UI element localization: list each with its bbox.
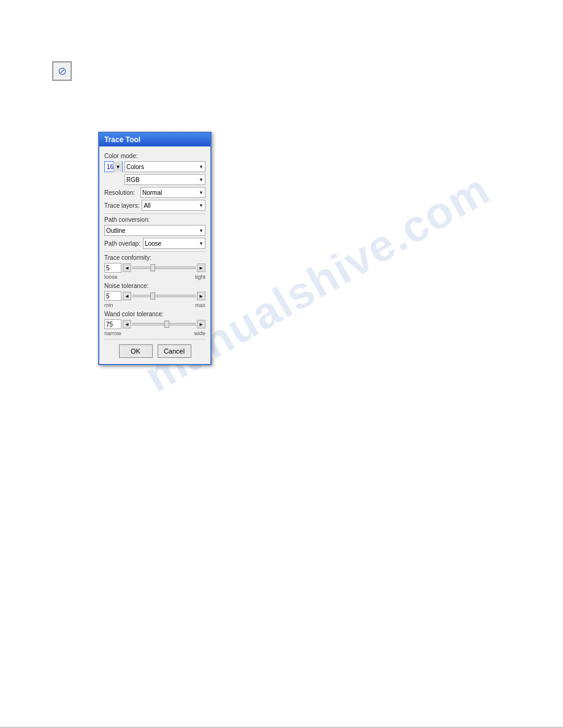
path-conversion-label: Path conversion: xyxy=(104,216,205,223)
dialog-body: Color mode: 16 ▼ Colors ▼ RGB ▼ Resoluti… xyxy=(99,146,210,364)
separator-2 xyxy=(104,251,205,252)
color-mode-dropdown[interactable]: Colors ▼ xyxy=(124,161,205,172)
icon-symbol: ⊘ xyxy=(58,64,67,78)
color-space-dropdown[interactable]: RGB ▼ xyxy=(124,174,205,185)
trace-conformity-min: loose xyxy=(104,274,118,280)
trace-layers-row: Trace layers: All ▼ xyxy=(104,200,205,211)
resolution-label: Resolution: xyxy=(104,189,138,196)
path-overlap-label: Path overlap: xyxy=(104,240,140,247)
separator-3 xyxy=(104,339,205,339)
buttons-row: OK Cancel xyxy=(104,344,205,358)
noise-tolerance-track[interactable] xyxy=(132,295,196,297)
noise-tolerance-right-arrow[interactable]: ► xyxy=(197,292,205,300)
path-conversion-dropdown[interactable]: Outline ▼ xyxy=(104,225,205,236)
wand-color-slider-row: ◄ ► xyxy=(104,319,205,329)
wand-color-min: narrow xyxy=(104,330,121,336)
noise-tolerance-slider-row: ◄ ► xyxy=(104,291,205,301)
wand-color-track[interactable] xyxy=(132,323,196,325)
color-mode-arrow: ▼ xyxy=(199,164,204,170)
wand-color-thumb[interactable] xyxy=(164,320,169,328)
noise-tolerance-thumb[interactable] xyxy=(150,292,155,300)
page-icon: ⊘ xyxy=(52,61,72,81)
wand-color-max: wide xyxy=(194,330,205,336)
trace-layers-dropdown[interactable]: All ▼ xyxy=(142,200,205,211)
ok-button[interactable]: OK xyxy=(119,344,153,358)
resolution-selected: Normal xyxy=(142,189,162,196)
color-space-arrow: ▼ xyxy=(199,177,204,183)
wand-color-left-arrow[interactable]: ◄ xyxy=(123,320,131,328)
wand-color-right-arrow[interactable]: ► xyxy=(197,320,205,328)
trace-conformity-track[interactable] xyxy=(132,267,196,269)
color-mode-row: 16 ▼ Colors ▼ xyxy=(104,161,205,172)
resolution-arrow: ▼ xyxy=(199,190,204,195)
noise-tolerance-range-labels: min max xyxy=(104,302,205,308)
noise-tolerance-left-arrow[interactable]: ◄ xyxy=(123,292,131,300)
wand-color-input[interactable] xyxy=(104,319,121,329)
trace-conformity-label: Trace conformity: xyxy=(104,254,205,261)
trace-conformity-max: tight xyxy=(195,274,205,280)
trace-layers-arrow: ▼ xyxy=(199,203,204,208)
resolution-row: Resolution: Normal ▼ xyxy=(104,187,205,198)
color-count-dropdown-arrow[interactable]: ▼ xyxy=(113,161,122,172)
path-conversion-arrow: ▼ xyxy=(199,228,204,233)
dialog-titlebar: Trace Tool xyxy=(99,133,210,146)
trace-layers-selected: All xyxy=(144,202,150,209)
trace-conformity-input[interactable] xyxy=(104,263,121,273)
trace-conformity-thumb[interactable] xyxy=(150,264,155,271)
trace-conformity-slider-row: ◄ ► xyxy=(104,263,205,273)
path-conversion-selected: Outline xyxy=(106,227,126,234)
color-mode-selected: Colors xyxy=(126,164,144,170)
path-overlap-selected: Loose xyxy=(145,240,161,247)
color-space-row: RGB ▼ xyxy=(104,174,205,185)
cancel-button[interactable]: Cancel xyxy=(158,344,191,358)
wand-color-range-labels: narrow wide xyxy=(104,330,205,336)
resolution-dropdown[interactable]: Normal ▼ xyxy=(140,187,205,198)
separator-1 xyxy=(104,213,205,214)
color-space-selected: RGB xyxy=(126,176,140,183)
trace-layers-label: Trace layers: xyxy=(104,202,139,209)
trace-conformity-left-arrow[interactable]: ◄ xyxy=(123,264,131,272)
wand-color-label: Wand color tolerance: xyxy=(104,311,205,317)
dialog-title: Trace Tool xyxy=(104,135,140,144)
path-overlap-dropdown[interactable]: Loose ▼ xyxy=(143,238,205,249)
noise-tolerance-input[interactable] xyxy=(104,291,121,301)
noise-tolerance-label: Noise tolerance: xyxy=(104,282,205,289)
color-mode-label: Color mode: xyxy=(104,153,205,159)
noise-tolerance-max: max xyxy=(195,302,205,308)
trace-conformity-range-labels: loose tight xyxy=(104,274,205,280)
trace-conformity-right-arrow[interactable]: ► xyxy=(197,264,205,272)
color-count-value: 16 xyxy=(105,164,113,170)
path-overlap-arrow: ▼ xyxy=(199,241,204,246)
noise-tolerance-min: min xyxy=(104,302,113,308)
trace-tool-dialog: Trace Tool Color mode: 16 ▼ Colors ▼ RGB… xyxy=(98,132,212,365)
path-overlap-row: Path overlap: Loose ▼ xyxy=(104,238,205,249)
